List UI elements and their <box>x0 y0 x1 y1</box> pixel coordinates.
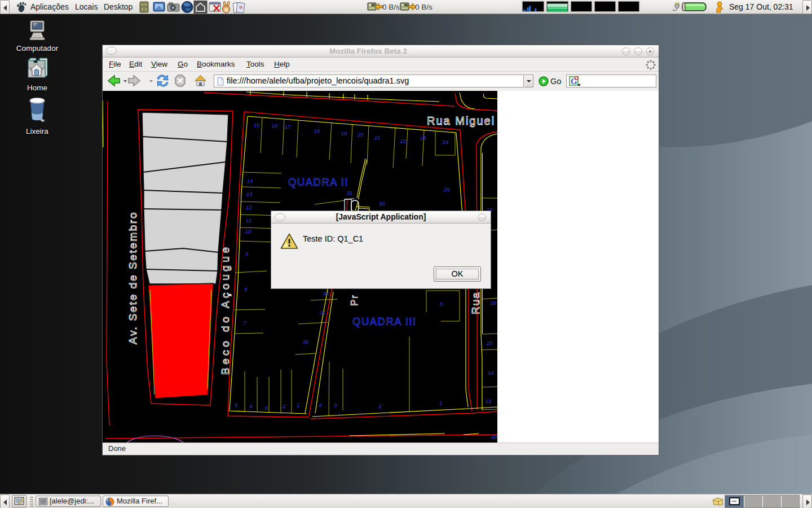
svg-text:30: 30 <box>379 200 385 207</box>
svg-text:5: 5 <box>235 402 238 408</box>
svg-text:7: 7 <box>243 319 246 326</box>
svg-text:14: 14 <box>488 370 494 376</box>
svg-text:1: 1 <box>297 402 299 408</box>
svg-text:8: 8 <box>244 286 248 292</box>
svg-text:36: 36 <box>303 339 309 345</box>
svg-text:24: 24 <box>442 139 449 145</box>
svg-text:23: 23 <box>420 135 426 141</box>
svg-text:12: 12 <box>246 204 252 211</box>
svg-text:1: 1 <box>439 400 442 406</box>
svg-text:20: 20 <box>357 132 364 138</box>
svg-text:11: 11 <box>246 217 251 224</box>
svg-text:2: 2 <box>282 403 286 409</box>
svg-text:17: 17 <box>285 124 291 130</box>
svg-text:13: 13 <box>486 398 492 404</box>
svg-text:22: 22 <box>400 138 407 144</box>
svg-text:14: 14 <box>247 178 253 184</box>
svg-text:3: 3 <box>334 402 337 408</box>
svg-text:9: 9 <box>245 251 249 257</box>
svg-text:18: 18 <box>314 128 320 134</box>
svg-text:25: 25 <box>443 186 450 192</box>
svg-text:Beco do Açougue: Beco do Açougue <box>219 244 231 375</box>
svg-text:15: 15 <box>487 340 493 346</box>
svg-text:21: 21 <box>374 134 381 141</box>
svg-text:Rua Miguel: Rua Miguel <box>427 115 495 127</box>
svg-text:10: 10 <box>245 228 251 234</box>
svg-text:35: 35 <box>320 309 326 316</box>
svg-text:13: 13 <box>246 191 253 197</box>
svg-text:31: 31 <box>347 190 353 196</box>
svg-text:Pr: Pr <box>349 294 360 306</box>
svg-text:15: 15 <box>254 122 260 128</box>
svg-text:16: 16 <box>272 122 278 129</box>
svg-text:Av. Sete de Setembro: Av. Sete de Setembro <box>127 211 139 344</box>
svg-text:G: G <box>571 77 577 86</box>
svg-text:2: 2 <box>378 403 382 409</box>
svg-text:QUADRA II: QUADRA II <box>288 176 348 188</box>
svg-text:16: 16 <box>491 300 497 306</box>
svg-text:5: 5 <box>440 301 443 307</box>
svg-text:Rua: Rua <box>470 291 482 314</box>
svg-text:4: 4 <box>249 403 252 409</box>
svg-text:3: 3 <box>264 405 268 411</box>
svg-text:49: 49 <box>491 434 497 440</box>
svg-text:4: 4 <box>319 402 321 408</box>
svg-text:QUADRA III: QUADRA III <box>352 316 417 327</box>
svg-text:34: 34 <box>323 290 329 296</box>
svg-text:19: 19 <box>341 130 347 137</box>
